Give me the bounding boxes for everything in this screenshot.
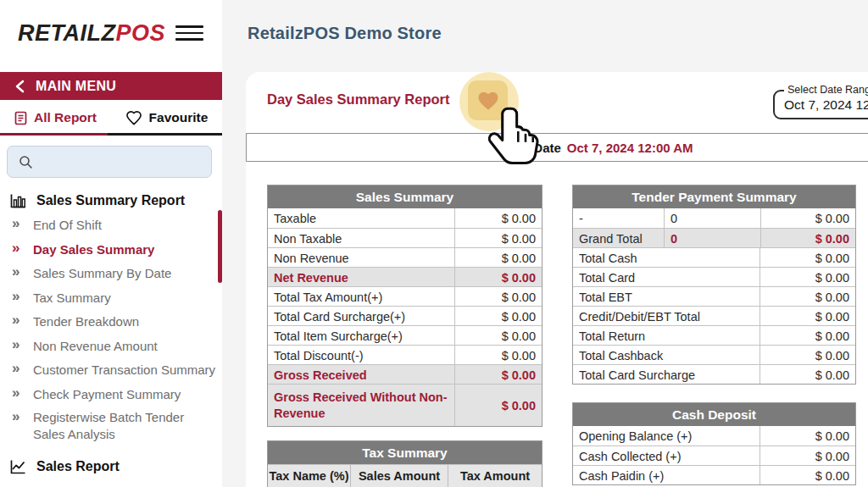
row-count: 0 (664, 208, 760, 228)
row-value: $ 0.00 (454, 268, 542, 286)
cash-deposit-body: Opening Balance (+)$ 0.00Cash Collected … (573, 426, 855, 484)
double-chevron-icon: » (12, 359, 19, 379)
row-label: Total Item Surcharge(+) (268, 326, 454, 345)
row-label: Net Revenue (268, 268, 454, 286)
row-label: Non Taxable (268, 229, 454, 247)
row-count: 0 (664, 229, 760, 247)
row-value: $ 0.00 (760, 307, 855, 325)
row-value: $ 0.00 (454, 326, 542, 345)
double-chevron-icon: » (12, 287, 19, 307)
inactive-tab-underline (108, 133, 222, 136)
logo-row: RETAILZPOS (0, 0, 222, 72)
double-chevron-icon: » (12, 263, 19, 282)
row-label: Total Cashback (573, 346, 760, 364)
sidebar-item-customer-transaction-summary[interactable]: »Customer Transaction Summary (10, 358, 217, 383)
store-title: RetailzPOS Demo Store (248, 24, 442, 43)
logo-text-pos: POS (115, 20, 165, 46)
start-date-value: Oct 7, 2024 12:00 AM (567, 141, 693, 155)
row-value: $ 0.00 (760, 287, 855, 306)
row-label: Total Return (573, 326, 760, 345)
sales-summary-table: Sales Summary Taxable$ 0.00Non Taxable$ … (267, 185, 542, 427)
row-label: Total Card Surcharge(+) (268, 307, 454, 325)
retailzpos-app: RETAILZPOS MAIN MENU All Report Favourit… (0, 0, 868, 487)
row-label: Gross Received Without Non-Revenue (268, 385, 454, 426)
sidebar-item-label: Non Revenue Amount (33, 338, 158, 355)
tax-summary-title: Tax Summary (268, 441, 542, 464)
row-label: Total Card Surcharge (573, 365, 760, 384)
sidebar-item-non-revenue-amount[interactable]: »Non Revenue Amount (10, 335, 217, 359)
favourite-toggle-button[interactable] (468, 80, 508, 120)
cash-deposit-title: Cash Deposit (573, 403, 855, 426)
row-value: $ 0.00 (760, 446, 855, 465)
sidebar-item-end-of-shift[interactable]: »End Of Shift (10, 213, 217, 238)
table-row: Opening Balance (+)$ 0.00 (573, 426, 855, 445)
tax-summary-column-headers: Tax Name (%)Sales AmountTax Amount (268, 464, 542, 487)
sidebar-item-label: Registerwise Batch Tender Sales Analysis (33, 409, 217, 444)
table-row: Non Taxable$ 0.00 (268, 228, 542, 247)
tab-all-report-label: All Report (34, 110, 97, 125)
table-row: -0$ 0.00 (573, 208, 855, 228)
table-row: Grand Total0$ 0.00 (573, 228, 855, 247)
sidebar-item-tax-summary[interactable]: »Tax Summary (10, 286, 217, 311)
table-row: Cash Collected (+)$ 0.00 (573, 445, 855, 465)
table-row: Total Cash$ 0.00 (573, 247, 855, 267)
sidebar-item-day-sales-summary[interactable]: »Day Sales Summary (10, 238, 217, 263)
document-icon (14, 111, 27, 125)
sidebar-item-tender-breakdown[interactable]: »Tender Breakdown (10, 310, 217, 335)
hamburger-menu-icon[interactable] (175, 25, 203, 41)
tax-column-header: Tax Amount (448, 465, 542, 487)
sidebar-item-registerwise-batch-tender-sales-analysis[interactable]: »Registerwise Batch Tender Sales Analysi… (10, 407, 217, 451)
tax-summary-table: Tax Summary Tax Name (%)Sales AmountTax … (267, 440, 542, 487)
bar-chart-icon (10, 193, 26, 208)
row-label: Cash Paidin (+) (573, 466, 760, 484)
sidebar-section-label: Sales Summary Report (36, 193, 185, 208)
row-value: $ 0.00 (454, 307, 542, 325)
main-menu-label: MAIN MENU (36, 79, 116, 94)
date-range-field[interactable]: Select Date Range Oct 7, 2024 12:00 AM (773, 90, 868, 119)
row-value: $ 0.00 (454, 385, 542, 426)
row-value: $ 0.00 (454, 208, 542, 228)
table-row: Total Discount(-)$ 0.00 (268, 345, 542, 364)
row-label: Total Discount(-) (268, 346, 454, 364)
report-card: Day Sales Summary Report Select Date Ran… (246, 72, 868, 487)
report-search-box[interactable] (7, 146, 212, 178)
table-row: Total Cashback$ 0.00 (573, 345, 855, 364)
row-value: $ 0.00 (454, 287, 542, 306)
row-value: $ 0.00 (760, 346, 855, 364)
tab-favourite-label: Favourite (149, 110, 209, 125)
row-label: Taxable (268, 208, 454, 228)
sidebar-section-sales-summary-report[interactable]: Sales Summary Report (10, 187, 217, 213)
table-row: Gross Received Without Non-Revenue$ 0.00 (268, 384, 542, 426)
sidebar: RETAILZPOS MAIN MENU All Report Favourit… (0, 0, 222, 487)
table-row: Non Revenue$ 0.00 (268, 247, 542, 267)
tax-column-header: Sales Amount (350, 465, 448, 487)
row-value: $ 0.00 (454, 248, 542, 267)
sidebar-section-sales-report[interactable]: Sales Report (10, 452, 217, 481)
sidebar-item-label: End Of Shift (33, 217, 102, 234)
table-row: Taxable$ 0.00 (268, 208, 542, 228)
active-tab-underline (0, 133, 108, 136)
row-value: $ 0.00 (454, 365, 542, 384)
table-row: Credit/Debit/EBT Total$ 0.00 (573, 306, 855, 325)
search-icon (19, 155, 33, 169)
sidebar-item-label: Tender Breakdown (33, 313, 139, 330)
table-row: Total Card Surcharge(+)$ 0.00 (268, 306, 542, 325)
row-label: Credit/Debit/EBT Total (573, 307, 760, 325)
row-value: $ 0.00 (454, 229, 542, 247)
main-menu-bar[interactable]: MAIN MENU (0, 72, 222, 100)
logo-text-retailz: RETAILZ (18, 20, 115, 46)
sidebar-item-check-payment-summary[interactable]: »Check Payment Summary (10, 383, 217, 407)
sidebar-scrollbar-thumb[interactable] (218, 210, 222, 283)
tender-payment-summary-title: Tender Payment Summary (573, 185, 855, 208)
tab-favourite[interactable]: Favourite (111, 100, 222, 136)
search-input[interactable] (40, 155, 201, 169)
tab-all-report[interactable]: All Report (0, 100, 111, 136)
chevron-left-icon (15, 80, 25, 93)
main-content: RetailzPOS Demo Store Day Sales Summary … (222, 0, 868, 487)
sidebar-item-sales-summary-by-date[interactable]: »Sales Summary By Date (10, 262, 217, 286)
report-tabs: All Report Favourite (0, 100, 222, 136)
row-label: Total Card (573, 268, 760, 286)
table-row: Total EBT$ 0.00 (573, 286, 855, 306)
table-row: Total Item Surcharge(+)$ 0.00 (268, 325, 542, 345)
retailzpos-logo: RETAILZPOS (18, 20, 165, 47)
